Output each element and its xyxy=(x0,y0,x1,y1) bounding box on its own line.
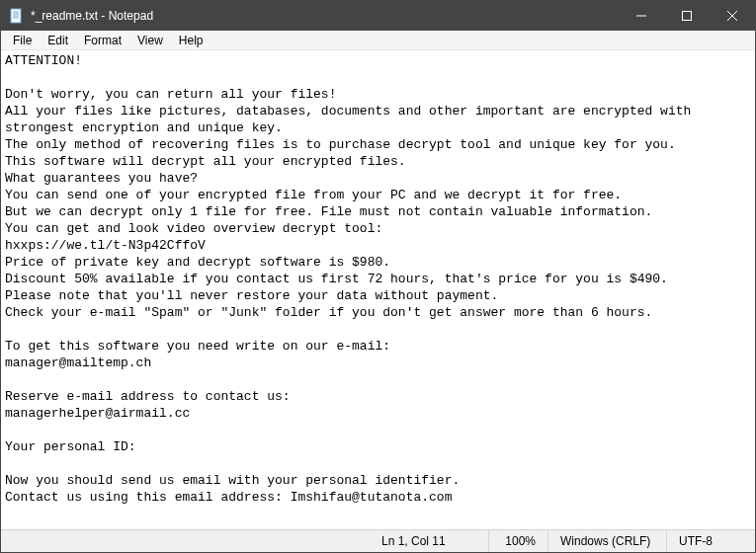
window-title: *_readme.txt - Notepad xyxy=(31,9,153,23)
status-caret-position: Ln 1, Col 11 xyxy=(370,530,488,552)
menu-format[interactable]: Format xyxy=(76,32,129,49)
menubar: File Edit Format View Help xyxy=(1,31,755,50)
document-text[interactable]: ATTENTION! Don't worry, you can return a… xyxy=(1,50,755,508)
svg-rect-6 xyxy=(683,12,692,21)
titlebar[interactable]: *_readme.txt - Notepad xyxy=(1,1,755,31)
close-button[interactable] xyxy=(710,1,755,31)
notepad-app-icon xyxy=(9,8,25,24)
menu-edit[interactable]: Edit xyxy=(40,32,76,49)
menu-file[interactable]: File xyxy=(5,32,40,49)
status-line-ending: Windows (CRLF) xyxy=(547,530,666,552)
minimize-button[interactable] xyxy=(619,1,664,31)
statusbar: Ln 1, Col 11 100% Windows (CRLF) UTF-8 xyxy=(1,529,755,552)
menu-view[interactable]: View xyxy=(129,32,171,49)
status-zoom: 100% xyxy=(488,530,547,552)
maximize-button[interactable] xyxy=(664,1,710,31)
notepad-window: *_readme.txt - Notepad File Edit Format … xyxy=(0,0,756,553)
text-area[interactable]: ATTENTION! Don't worry, you can return a… xyxy=(1,50,755,529)
status-encoding: UTF-8 xyxy=(666,530,755,552)
menu-help[interactable]: Help xyxy=(171,32,211,49)
